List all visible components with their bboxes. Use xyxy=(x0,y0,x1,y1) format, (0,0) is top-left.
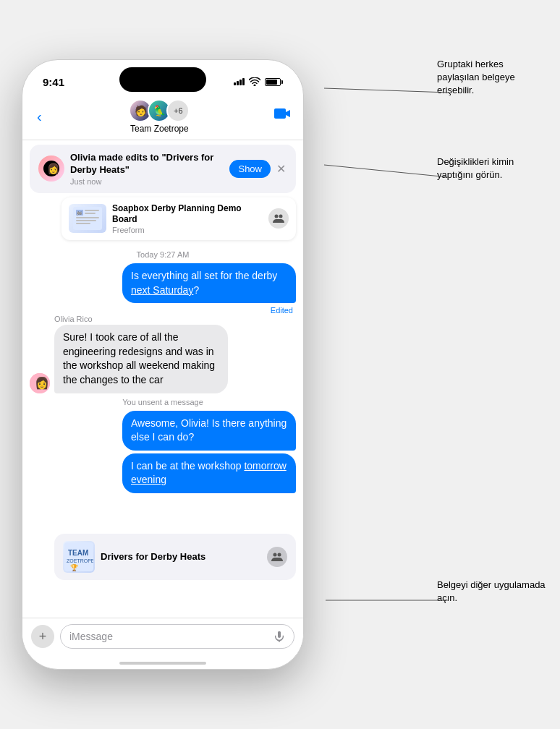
timestamp-1: Today 9:27 AM xyxy=(30,250,296,259)
freeform-card[interactable]: 🏁 Soapbox Derby Planning Demo Board Free… xyxy=(61,197,296,240)
messages-area: Today 9:27 AM Is everything all set for … xyxy=(22,243,303,532)
svg-point-20 xyxy=(278,553,281,556)
svg-line-22 xyxy=(324,165,449,177)
annotation-3: Belgeyi diğer uygulamada açın. xyxy=(437,579,546,605)
message-bubble-outgoing-2: Awesome, Olivia! Is there anything else … xyxy=(122,411,296,451)
svg-point-19 xyxy=(273,553,277,556)
edited-label: Edited xyxy=(30,306,293,315)
sender-label-1: Olivia Rico xyxy=(54,315,296,323)
wifi-icon xyxy=(249,77,260,86)
svg-text:🏆: 🏆 xyxy=(70,563,79,571)
message-input[interactable]: iMessage xyxy=(60,624,294,649)
svg-text:TEAM: TEAM xyxy=(68,549,88,557)
nav-center: 🧑 🦜 +6 Team Zoetrope xyxy=(129,99,190,134)
notif-close-button[interactable]: ✕ xyxy=(275,161,287,177)
freeform-title: Soapbox Derby Planning Demo Board xyxy=(112,203,263,226)
svg-rect-7 xyxy=(76,217,99,218)
svg-point-0 xyxy=(254,85,256,87)
dynamic-island xyxy=(119,67,206,92)
svg-rect-6 xyxy=(85,213,96,214)
message-bubble-outgoing-1: Is everything all set for the derby next… xyxy=(122,263,296,303)
svg-text:ZOETROPE: ZOETROPE xyxy=(67,558,93,563)
doc-group-icon xyxy=(267,547,287,567)
annotation-2: Değişiklikleri kimin yaptığını görün. xyxy=(437,155,546,182)
add-button[interactable]: + xyxy=(31,625,54,648)
notif-content: Olivia made edits to "Drivers for Derby … xyxy=(70,152,224,186)
notification-banner: 👩 Olivia made edits to "Drivers for Derb… xyxy=(30,145,296,193)
mic-icon xyxy=(273,631,285,642)
message-bubble-outgoing-3: I can be at the workshop tomorrow evenin… xyxy=(122,453,296,493)
incoming-avatar-1: 👩 xyxy=(30,373,50,393)
nav-bar: ‹ 🧑 🦜 +6 Team Zoetrope xyxy=(22,96,303,140)
svg-point-12 xyxy=(279,215,283,218)
nav-title: Team Zoetrope xyxy=(130,124,189,134)
input-bar: + iMessage xyxy=(22,618,303,655)
avatar-group: 🧑 🦜 +6 xyxy=(129,99,190,122)
document-card[interactable]: TEAM ZOETROPE 🏆 Drivers for Derby Heats xyxy=(54,534,296,580)
battery-icon xyxy=(265,78,283,86)
notif-actions: Show ✕ xyxy=(229,160,287,178)
annotation-1: Gruptaki herkes paylaşılan belgeye erişe… xyxy=(437,58,546,98)
phone-frame: 9:41 xyxy=(22,59,304,670)
doc-info: Drivers for Derby Heats xyxy=(101,551,261,562)
doc-thumbnail: TEAM ZOETROPE 🏆 xyxy=(63,541,95,573)
svg-rect-8 xyxy=(76,220,96,221)
svg-text:👩: 👩 xyxy=(35,376,49,390)
message-bubble-incoming-1: Sure! I took care of all the engineering… xyxy=(54,325,228,393)
signal-icon xyxy=(234,78,245,85)
notif-title: Olivia made edits to "Drivers for Derby … xyxy=(70,152,224,176)
input-placeholder: iMessage xyxy=(69,631,113,642)
status-time: 9:41 xyxy=(43,76,64,88)
video-call-button[interactable] xyxy=(274,108,292,125)
status-icons xyxy=(234,77,283,86)
back-button[interactable]: ‹ xyxy=(34,106,45,128)
message-row: Awesome, Olivia! Is there anything else … xyxy=(30,411,296,451)
freeform-group-icon xyxy=(268,208,289,229)
unsent-label: You unsent a message xyxy=(30,398,296,406)
svg-rect-5 xyxy=(85,210,99,211)
message-row: Is everything all set for the derby next… xyxy=(30,263,296,303)
freeform-subtitle: Freeform xyxy=(112,226,263,234)
notif-avatar: 👩 xyxy=(38,155,64,182)
notif-time: Just now xyxy=(70,177,224,186)
show-button[interactable]: Show xyxy=(229,160,271,178)
svg-line-21 xyxy=(324,88,449,93)
home-indicator xyxy=(119,662,206,665)
doc-title: Drivers for Derby Heats xyxy=(101,551,261,562)
message-row: 👩 Sure! I took care of all the engineeri… xyxy=(30,325,296,393)
svg-text:🏁: 🏁 xyxy=(77,211,82,217)
svg-point-11 xyxy=(275,215,279,218)
svg-text:👩: 👩 xyxy=(47,163,59,175)
svg-rect-15 xyxy=(64,542,93,571)
message-row: I can be at the workshop tomorrow evenin… xyxy=(30,453,296,493)
freeform-thumbnail: 🏁 xyxy=(69,204,106,233)
avatar-3: +6 xyxy=(166,99,190,122)
svg-rect-9 xyxy=(76,223,90,224)
freeform-info: Soapbox Derby Planning Demo Board Freefo… xyxy=(112,203,263,234)
